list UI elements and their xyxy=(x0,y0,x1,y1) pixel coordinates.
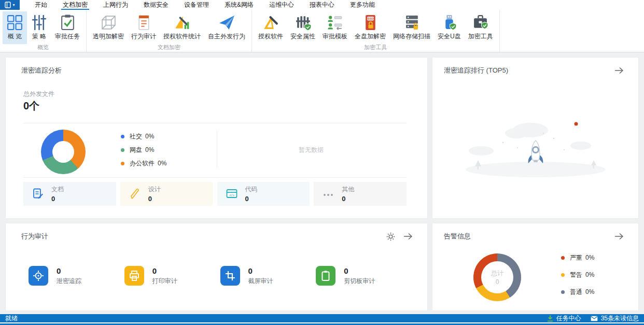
panel-title: 泄密追踪分析 xyxy=(21,66,62,75)
ribbon-item-network-storage-scan[interactable]: 网络存储扫描 xyxy=(389,11,434,44)
ribbon-item-transparent-encryption[interactable]: 透明加解密 xyxy=(89,11,128,44)
alerts-legend: 严重 0% 警告 0% 普通 0% xyxy=(561,255,594,295)
legend-dot xyxy=(561,256,565,260)
ribbon-group-overview: 概 览 策 略 审批任务 概览 xyxy=(0,10,87,52)
paper-plane-icon xyxy=(218,14,235,31)
audit-item-screenshot-audit: 0 截屏审计 xyxy=(220,266,316,286)
ribbon-item-behavior-audit[interactable]: 行为审计 xyxy=(128,11,160,44)
panel-leak-ranking: 泄密追踪排行 (TOP5) xyxy=(432,57,639,219)
full-disk-ssd-lock-icon: SSD xyxy=(362,14,379,31)
tab-doc-encryption[interactable]: 文档加密 xyxy=(55,0,95,10)
status-bar: 就绪 任务中心 35条未读信息 xyxy=(0,314,644,322)
card-documents: 文档 0 xyxy=(23,182,116,206)
divider xyxy=(23,123,407,123)
svg-text:</>: </> xyxy=(229,193,234,197)
ribbon-item-approval-template[interactable]: 审批模板 xyxy=(319,11,351,44)
rocket-illustration xyxy=(455,114,616,183)
task-center-button[interactable]: 任务中心 xyxy=(547,314,581,323)
unread-messages-button[interactable]: 35条未读信息 xyxy=(591,314,639,323)
panel-title: 行为审计 xyxy=(21,232,48,241)
file-type-cards: 文档 0 设计 0 </> 代码 xyxy=(23,182,407,206)
security-attributes-fence-icon xyxy=(295,14,312,31)
document-icon xyxy=(32,188,44,200)
legend-dot xyxy=(121,148,124,152)
outgoing-files-legend: 社交 0% 网盘 0% 办公软件 0% xyxy=(121,133,166,166)
arrow-right-icon[interactable] xyxy=(613,67,625,74)
arrow-right-icon[interactable] xyxy=(402,233,414,240)
audit-stats: 0 泄密追踪 0 打印审计 xyxy=(29,256,412,296)
download-icon xyxy=(547,315,553,322)
legend-dot xyxy=(561,273,565,277)
crop-icon xyxy=(224,270,236,282)
legend-dot xyxy=(121,135,124,138)
tab-web-behavior[interactable]: 上网行为 xyxy=(95,0,136,10)
legend-item-office-software: 办公软件 0% xyxy=(121,160,166,166)
legend-item-social: 社交 0% xyxy=(121,133,166,139)
menu-bar: ▾ 开始 文档加密 上网行为 数据安全 设备管理 系统&网络 运维中心 报表中心… xyxy=(0,0,644,10)
tab-device-management[interactable]: 设备管理 xyxy=(176,0,217,10)
audit-item-clipboard-audit: 0 剪切板审计 xyxy=(316,266,412,286)
panel-title: 泄密追踪排行 (TOP5) xyxy=(444,66,508,75)
ribbon-item-policy[interactable]: 策 略 xyxy=(27,11,51,44)
tab-more-functions[interactable]: 更多功能 xyxy=(342,0,383,10)
ellipsis-icon xyxy=(322,188,334,200)
pencil-icon xyxy=(129,188,141,200)
panel-alerts: 告警信息 总计 0 严重 0% 警告 0% xyxy=(432,223,639,311)
ribbon-item-overview[interactable]: 概 览 xyxy=(3,11,27,44)
audit-item-leak-trace: 0 泄密追踪 xyxy=(29,266,124,286)
no-data-text: 暂无数据 xyxy=(217,146,405,154)
panel-leak-analysis: 泄密追踪分析 总外发文件 0个 社交 0% 网盘 0% 办公软件 0% 暂无 xyxy=(5,57,428,219)
approval-template-icon xyxy=(327,14,344,31)
svg-text:SSD: SSD xyxy=(367,17,373,20)
overview-grid-icon xyxy=(6,14,23,31)
ribbon-item-secure-usb[interactable]: 安全U盘 xyxy=(434,11,465,44)
tab-ops-center[interactable]: 运维中心 xyxy=(261,0,302,10)
ribbon-item-software-stats[interactable]: 授权软件统计 xyxy=(160,11,204,44)
transparent-encryption-cube-icon xyxy=(100,14,117,31)
legend-dot xyxy=(121,162,124,165)
arrow-right-icon[interactable] xyxy=(613,233,625,240)
ribbon-item-approval-tasks[interactable]: 审批任务 xyxy=(51,11,83,44)
software-stats-icon xyxy=(174,14,191,31)
tab-report-center[interactable]: 报表中心 xyxy=(302,0,342,10)
card-other: 其他 0 xyxy=(314,182,407,206)
secure-usb-icon xyxy=(441,14,458,31)
locate-target-icon xyxy=(32,270,45,282)
empty-state-illustration xyxy=(432,94,638,203)
panel-behavior-audit: 行为审计 xyxy=(5,223,428,311)
window-bottom-edge xyxy=(0,322,644,325)
divider xyxy=(23,177,407,178)
caret-down-icon: ▾ xyxy=(12,3,15,7)
legend-dot xyxy=(561,290,565,294)
card-code: </> 代码 0 xyxy=(217,182,310,206)
clipboard-icon xyxy=(319,270,332,282)
ribbon-item-full-disk-encryption[interactable]: SSD 全盘加解密 xyxy=(351,11,389,44)
total-outgoing-files-label: 总外发文件 xyxy=(23,90,54,98)
app-menu-button[interactable]: ▾ xyxy=(0,0,20,10)
printer-icon xyxy=(128,270,141,282)
ribbon: 概 览 策 略 审批任务 概览 xyxy=(0,10,644,52)
tab-system-network[interactable]: 系统&网络 xyxy=(217,0,261,10)
dashboard-content: 泄密追踪分析 总外发文件 0个 社交 0% 网盘 0% 办公软件 0% 暂无 xyxy=(0,53,644,314)
ribbon-group-label: 加密工具 xyxy=(254,44,498,52)
menu-tabs: 开始 文档加密 上网行为 数据安全 设备管理 系统&网络 运维中心 报表中心 更… xyxy=(27,0,383,10)
legend-item-netdisk: 网盘 0% xyxy=(121,147,166,153)
app-window-icon xyxy=(5,2,11,8)
ribbon-group-encryption-tools: 授权软件 安全属性 xyxy=(252,10,500,52)
ribbon-item-authorized-software[interactable]: 授权软件 xyxy=(255,11,287,44)
ribbon-item-encryption-tools[interactable]: 加密工具 xyxy=(465,11,497,44)
tab-start[interactable]: 开始 xyxy=(27,0,55,10)
card-design: 设计 0 xyxy=(120,182,213,206)
legend-item-normal: 普通 0% xyxy=(561,289,594,295)
ribbon-item-security-attributes[interactable]: 安全属性 xyxy=(287,11,319,44)
alerts-donut-center: 总计 0 xyxy=(473,253,521,301)
outgoing-files-donut-chart xyxy=(41,130,86,174)
panel-title: 告警信息 xyxy=(444,232,471,241)
gear-icon[interactable] xyxy=(386,232,395,241)
behavior-audit-document-icon xyxy=(135,14,152,31)
ribbon-item-self-outgoing[interactable]: 自主外发行为 xyxy=(204,11,249,44)
envelope-icon xyxy=(591,316,598,321)
tab-data-security[interactable]: 数据安全 xyxy=(136,0,176,10)
ribbon-group-label: 文档加密 xyxy=(88,44,250,52)
audit-item-print-audit: 0 打印审计 xyxy=(124,266,220,286)
